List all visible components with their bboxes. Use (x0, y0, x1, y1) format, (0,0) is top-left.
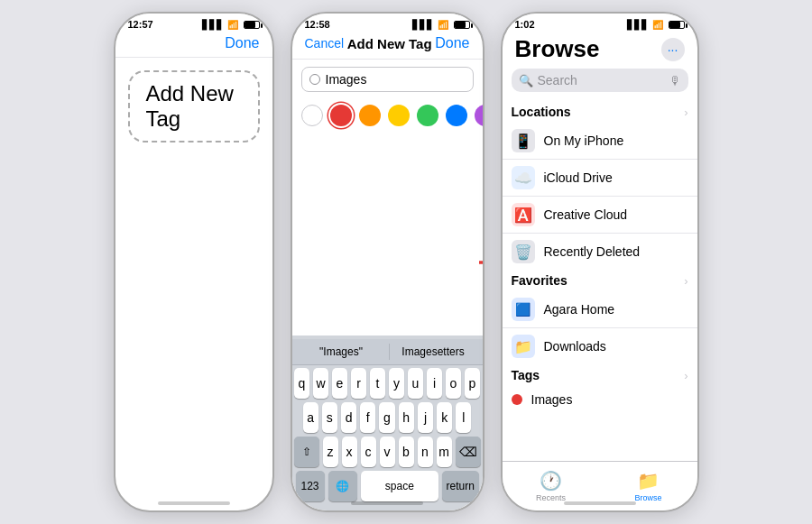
key-m[interactable]: m (437, 437, 452, 467)
battery-icon-3 (669, 21, 685, 29)
locations-header: Locations › (503, 101, 697, 123)
browse-icon: 📁 (637, 470, 660, 492)
recents-icon: 🕐 (540, 470, 562, 492)
favorite-agara-home[interactable]: 🟦 Agara Home (503, 291, 697, 328)
images-tag-label: Images (531, 392, 573, 407)
time-3: 1:02 (515, 19, 535, 30)
location-on-my-iphone[interactable]: 📱 On My iPhone (503, 123, 697, 160)
downloads-label: Downloads (544, 339, 606, 354)
key-row-3: ⇧ z x c v b n m ⌫ (292, 437, 483, 467)
agara-home-label: Agara Home (544, 302, 615, 317)
home-indicator-1 (158, 501, 230, 505)
key-w[interactable]: w (313, 368, 328, 399)
favorite-downloads[interactable]: 📁 Downloads (503, 328, 697, 364)
key-h[interactable]: h (399, 402, 414, 433)
creative-cloud-label: Creative Cloud (544, 207, 628, 222)
color-green[interactable] (417, 105, 438, 126)
phone-2: 12:58 ▋▋▋ 📶 Cancel Add New Tag Done Imag… (291, 12, 484, 512)
battery-icon-2 (454, 21, 470, 29)
key-e[interactable]: e (332, 368, 347, 399)
key-i[interactable]: i (427, 368, 442, 399)
key-b[interactable]: b (399, 437, 414, 467)
phone1-body: Add New Tag (115, 58, 272, 170)
key-y[interactable]: y (389, 368, 404, 399)
tag-images[interactable]: Images (503, 386, 697, 413)
keyboard: "Images" Imagesetters q w e r t y u i o … (292, 336, 483, 510)
autocomplete-images[interactable]: "Images" (298, 344, 385, 360)
cancel-button[interactable]: Cancel (305, 36, 345, 51)
done-button-2[interactable]: Done (435, 35, 469, 51)
status-bar-3: 1:02 ▋▋▋ 📶 (503, 14, 697, 32)
time-2: 12:58 (305, 19, 330, 30)
key-l[interactable]: l (456, 402, 471, 433)
globe-key[interactable]: 🌐 (328, 471, 357, 501)
key-x[interactable]: x (342, 437, 357, 467)
key-u[interactable]: u (408, 368, 423, 399)
key-a[interactable]: a (303, 402, 318, 433)
color-white[interactable] (301, 105, 323, 126)
key-k[interactable]: k (437, 402, 452, 433)
color-red[interactable] (330, 105, 352, 126)
key-v[interactable]: v (380, 437, 395, 467)
location-icloud-drive[interactable]: ☁️ iCloud Drive (503, 160, 697, 197)
key-q[interactable]: q (294, 368, 309, 399)
location-recently-deleted[interactable]: 🗑️ Recently Deleted (503, 234, 697, 270)
status-icons-1: ▋▋▋ 📶 (202, 20, 260, 30)
status-icons-3: ▋▋▋ 📶 (627, 20, 685, 30)
autocomplete-imagesetters[interactable]: Imagesetters (389, 344, 477, 360)
location-creative-cloud[interactable]: 🅰️ Creative Cloud (503, 197, 697, 234)
key-c[interactable]: c (361, 437, 376, 467)
autocomplete-bar: "Images" Imagesetters (292, 339, 483, 365)
key-d[interactable]: d (341, 402, 356, 433)
nav-title-2: Add New Tag (347, 36, 432, 51)
color-purple[interactable] (475, 105, 483, 126)
key-p[interactable]: p (465, 368, 480, 399)
signal-icon-2: ▋▋▋ (412, 20, 434, 30)
search-icon-3: 🔍 (519, 74, 533, 87)
shift-key[interactable]: ⇧ (294, 437, 319, 467)
phone1-nav: Done (115, 32, 272, 58)
key-t[interactable]: t (370, 368, 385, 399)
color-picker (292, 99, 483, 133)
search-box[interactable]: Images (301, 67, 474, 92)
key-z[interactable]: z (323, 437, 338, 467)
key-f[interactable]: f (360, 402, 375, 433)
status-icons-2: ▋▋▋ 📶 (412, 20, 470, 30)
tab-browse[interactable]: 📁 Browse (600, 470, 697, 502)
color-blue[interactable] (446, 105, 467, 126)
wifi-icon-2: 📶 (438, 20, 448, 30)
browse-tab-label: Browse (634, 493, 661, 502)
status-bar-1: 12:57 ▋▋▋ 📶 (115, 14, 272, 32)
tag-name-input[interactable]: Images (326, 72, 466, 87)
tags-title: Tags (512, 368, 540, 382)
key-j[interactable]: j (418, 402, 433, 433)
done-button-1[interactable]: Done (225, 35, 259, 51)
tag-bubble: Add New Tag (128, 70, 260, 142)
key-row-4: 123 🌐 space return (292, 471, 483, 501)
delete-key[interactable]: ⌫ (456, 437, 481, 467)
return-key[interactable]: return (442, 471, 478, 501)
recents-label: Recents (536, 493, 566, 502)
mic-icon: 🎙 (669, 74, 681, 87)
tab-recents[interactable]: 🕐 Recents (503, 470, 600, 502)
color-yellow[interactable] (388, 105, 410, 126)
color-orange[interactable] (359, 105, 381, 126)
key-s[interactable]: s (322, 402, 337, 433)
num-key[interactable]: 123 (296, 471, 325, 501)
more-button[interactable]: ··· (661, 38, 685, 61)
key-n[interactable]: n (418, 437, 433, 467)
browse-search[interactable]: 🔍 Search 🎙 (512, 69, 688, 92)
key-row-1: q w e r t y u i o p (292, 368, 483, 399)
key-o[interactable]: o (446, 368, 461, 399)
tag-red-dot (512, 394, 522, 405)
space-key[interactable]: space (361, 471, 439, 501)
key-r[interactable]: r (351, 368, 366, 399)
locations-chevron-icon[interactable]: › (684, 106, 687, 119)
key-g[interactable]: g (379, 402, 394, 433)
browse-header: Browse ··· (503, 32, 697, 69)
favorites-chevron-icon[interactable]: › (684, 274, 687, 288)
agara-icon: 🟦 (512, 298, 535, 321)
battery-icon (244, 21, 260, 29)
locations-title: Locations (512, 105, 571, 119)
tags-chevron-icon[interactable]: › (684, 369, 687, 382)
